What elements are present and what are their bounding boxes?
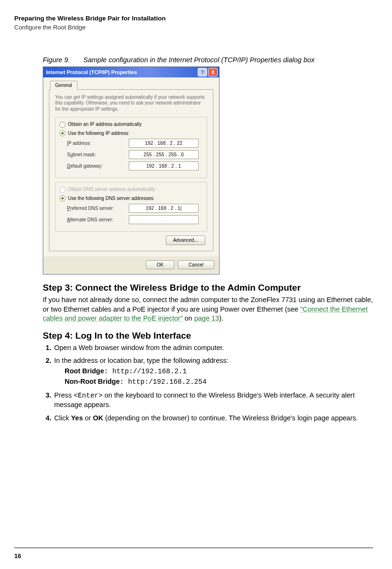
text: on	[183, 314, 194, 322]
step4-list: Open a Web browser window from the admin…	[43, 343, 373, 423]
radio-icon-selected	[59, 195, 66, 201]
ok-text: OK	[93, 414, 103, 422]
nonroot-bridge-line: Non-Root Bridge: http:/192.168.2.254	[65, 377, 373, 387]
radio-icon-selected	[59, 130, 66, 136]
nonroot-bridge-url: http:/192.168.2.254	[128, 378, 206, 386]
text: Open a Web browser window from the admin…	[54, 344, 224, 351]
text: (depending on the browser) to continue. …	[103, 414, 358, 422]
radio-icon	[59, 122, 66, 128]
label-ip-address: IIP address:P address:	[67, 140, 129, 147]
figure-caption-text: Sample configuration in the Internet Pro…	[83, 56, 315, 64]
radio-label: Obtain an IP address automatically	[68, 121, 142, 128]
help-button[interactable]: ?	[198, 68, 207, 76]
dns-group: Obtain DNS server address automatically …	[55, 182, 207, 232]
list-item: In the address or location bar, type the…	[53, 356, 373, 387]
footer-rule	[14, 548, 373, 548]
step3-heading: Step 3: Connect the Wireless Bridge to t…	[43, 282, 373, 294]
label-preferred-dns: Preferred DNS server:	[67, 205, 129, 212]
tab-content: You can get IP settings assigned automat…	[49, 89, 213, 251]
page-number: 16	[14, 552, 21, 560]
radio-label: Use the following IP address:	[68, 130, 129, 137]
advanced-button[interactable]: Advanced...	[166, 236, 205, 245]
dialog-description: You can get IP settings assigned automat…	[55, 95, 207, 113]
nonroot-bridge-label: Non-Root Bridge	[65, 378, 120, 385]
list-item: Click Yes or OK (depending on the browse…	[53, 414, 373, 423]
colon: :	[120, 378, 128, 386]
list-item: Open a Web browser window from the admin…	[53, 343, 373, 353]
close-button[interactable]: X	[208, 68, 218, 76]
cancel-button[interactable]: Cancel	[178, 260, 214, 270]
text: In the address or location bar, type the…	[54, 357, 229, 364]
input-default-gateway[interactable]: 192 . 168 . 2 . 1	[129, 161, 199, 171]
figure-caption: Figure 9.Sample configuration in the Int…	[43, 56, 373, 65]
label-subnet-mask: Subnet mask:	[67, 152, 129, 158]
text: ).	[219, 314, 223, 322]
ok-button[interactable]: OK	[146, 260, 174, 270]
colon: :	[104, 368, 112, 375]
dialog-footer: OK Cancel	[43, 256, 219, 275]
main-content: Figure 9.Sample configuration in the Int…	[43, 56, 373, 423]
radio-use-ip[interactable]: Use the following IP address:	[59, 130, 203, 137]
input-subnet-mask[interactable]: 255 . 255 . 255 . 0	[129, 150, 199, 159]
text: Click	[54, 414, 71, 422]
step4-heading: Step 4: Log In to the Web Interface	[43, 330, 373, 341]
root-bridge-url: http://192.168.2.1	[112, 368, 187, 375]
link-page-ref[interactable]: page 13	[194, 314, 219, 322]
text: Press	[54, 391, 74, 399]
running-header-title: Preparing the Wireless Bridge Pair for I…	[14, 14, 373, 23]
radio-icon-disabled	[59, 187, 66, 193]
tcpip-properties-dialog: Internet Protocol (TCP/IP) Properties ? …	[43, 66, 220, 275]
input-ip-address[interactable]: 192 . 168 . 2 . 22	[129, 139, 199, 148]
input-alternate-dns[interactable]: . . .	[129, 215, 199, 224]
radio-use-dns[interactable]: Use the following DNS server addresses:	[59, 195, 203, 202]
yes-text: Yes	[71, 414, 83, 422]
tab-general[interactable]: General	[50, 81, 77, 90]
dialog-body: General You can get IP settings assigned…	[43, 77, 219, 256]
dialog-title: Internet Protocol (TCP/IP) Properties	[46, 69, 137, 76]
root-bridge-label: Root Bridge	[65, 367, 104, 375]
list-item: Press <Enter> on the keyboard to connect…	[53, 391, 373, 410]
step3-paragraph: If you have not already done so, connect…	[43, 295, 373, 323]
ip-address-group: Obtain an IP address automatically Use t…	[55, 117, 207, 178]
radio-label: Use the following DNS server addresses:	[68, 195, 154, 202]
dialog-titlebar: Internet Protocol (TCP/IP) Properties ? …	[43, 67, 219, 77]
enter-key: <Enter>	[74, 392, 103, 399]
radio-obtain-dns: Obtain DNS server address automatically	[59, 186, 203, 193]
text: or	[83, 414, 93, 422]
figure-label: Figure 9.	[43, 56, 70, 64]
input-preferred-dns[interactable]: 192 . 168 . 2 . 1|	[129, 204, 199, 213]
radio-label-disabled: Obtain DNS server address automatically	[68, 186, 155, 193]
root-bridge-line: Root Bridge: http://192.168.2.1	[65, 367, 373, 377]
running-header-subtitle: Configure the Root Bridge	[14, 23, 373, 32]
label-default-gateway: Default gateway:	[67, 163, 129, 170]
radio-obtain-ip[interactable]: Obtain an IP address automatically	[59, 121, 203, 128]
label-alternate-dns: Alternate DNS server:	[67, 217, 129, 223]
